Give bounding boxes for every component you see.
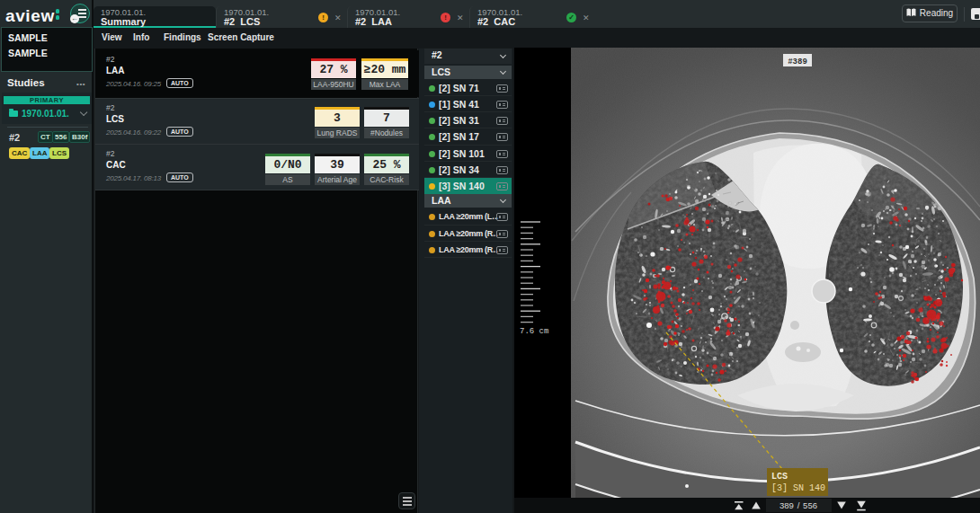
- svg-text:7.6 cm: 7.6 cm: [520, 327, 548, 336]
- svg-text:[3] SN 140: [3] SN 140: [771, 483, 825, 493]
- svg-text:389 / 556: 389 / 556: [780, 500, 817, 510]
- svg-text:#389: #389: [788, 57, 807, 66]
- svg-text:LCS: LCS: [771, 472, 788, 482]
